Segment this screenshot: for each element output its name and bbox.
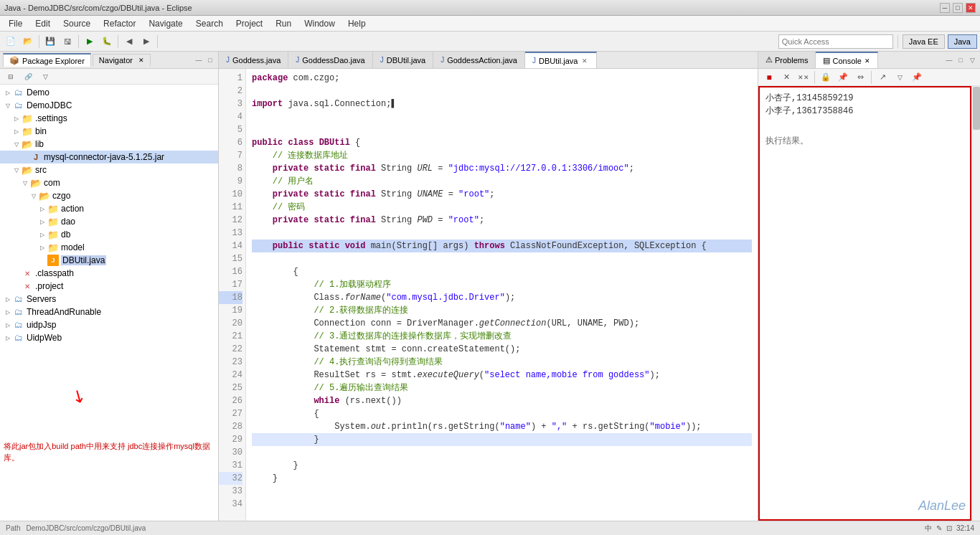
uidpjsp-icon: 🗂 bbox=[13, 319, 24, 331]
console-line-2: 小李子,13617358846 bbox=[765, 105, 964, 118]
menu-project[interactable]: Project bbox=[230, 17, 268, 30]
console-terminate-icon[interactable]: ■ bbox=[761, 70, 777, 85]
tab-dbutil-active[interactable]: J DBUtil.java ✕ bbox=[525, 52, 597, 68]
bin-folder-icon: 📁 bbox=[22, 126, 33, 137]
right-panel-maximize-icon[interactable]: □ bbox=[956, 55, 966, 65]
demojdbc-project-icon: 🗂 bbox=[13, 100, 24, 111]
tree-item-dao[interactable]: ▷ 📁 dao bbox=[0, 215, 218, 228]
dbutil1-file-icon: J bbox=[380, 56, 384, 64]
project-file-label: .project bbox=[35, 281, 63, 291]
perspective-java[interactable]: Java bbox=[948, 34, 977, 49]
console-scroll-lock-icon[interactable]: 🔒 bbox=[818, 70, 834, 85]
menu-refactor[interactable]: Refactor bbox=[98, 17, 141, 30]
tree-item-src[interactable]: ▽ 📂 src bbox=[0, 164, 218, 176]
tree-item-uidpjsp[interactable]: ▷ 🗂 uidpJsp bbox=[0, 318, 218, 331]
tree-item-classpath[interactable]: ✕ .classpath bbox=[0, 267, 218, 280]
close-button[interactable]: ✕ bbox=[966, 3, 976, 13]
tab-problems[interactable]: ⚠ Problems bbox=[758, 52, 816, 68]
code-content[interactable]: package com.czgo; import java.sql.Connec… bbox=[246, 69, 758, 521]
tab-goddessaction[interactable]: J GoddessAction.java bbox=[433, 52, 525, 68]
toolbar-prev[interactable]: ◀ bbox=[121, 34, 137, 49]
tree-item-servers[interactable]: ▷ 🗂 Servers bbox=[0, 293, 218, 306]
tree-item-project-file[interactable]: ✕ .project bbox=[0, 280, 218, 293]
console-pin-icon[interactable]: 📌 bbox=[835, 70, 851, 85]
console-close[interactable]: ✕ bbox=[864, 57, 870, 65]
thread-icon: 🗂 bbox=[13, 306, 24, 318]
tab-navigator[interactable]: Navigator ✕ bbox=[93, 54, 151, 66]
console-open-icon[interactable]: ↗ bbox=[875, 70, 890, 85]
tree-item-lib[interactable]: ▽ 📂 lib bbox=[0, 138, 218, 151]
jar-icon: J bbox=[30, 151, 42, 163]
tree-item-demo[interactable]: ▷ 🗂 Demo bbox=[0, 86, 218, 99]
tree-item-demojdbc[interactable]: ▽ 🗂 DemoJDBC bbox=[0, 99, 218, 112]
status-bar: Path DemoJDBC/src/com/czgo/DBUtil.java 中… bbox=[0, 521, 980, 535]
maximize-panel-icon[interactable]: □ bbox=[205, 55, 215, 65]
tree-item-com[interactable]: ▽ 📂 com bbox=[0, 176, 218, 189]
toolbar-open[interactable]: 📂 bbox=[20, 34, 36, 49]
tree-item-uidpweb[interactable]: ▷ 🗂 UidpWeb bbox=[0, 331, 218, 344]
navigator-close[interactable]: ✕ bbox=[138, 57, 144, 64]
console-remove-icon[interactable]: ✕ bbox=[778, 70, 794, 85]
quick-access-input[interactable] bbox=[778, 34, 893, 49]
console-toolbar-sep1 bbox=[814, 71, 815, 84]
view-menu-icon[interactable]: ▽ bbox=[37, 69, 53, 85]
uidpjsp-label: uidpJsp bbox=[27, 320, 56, 330]
toolbar-new[interactable]: 📄 bbox=[3, 34, 19, 49]
toolbar: 📄 📂 💾 🖫 ▶ 🐛 ◀ ▶ Java EE Java bbox=[0, 32, 980, 52]
right-panel-view-menu-icon[interactable]: ▽ bbox=[967, 55, 977, 65]
minimize-panel-icon[interactable]: — bbox=[194, 55, 204, 65]
toolbar-save[interactable]: 💾 bbox=[42, 34, 58, 49]
toolbar-next[interactable]: ▶ bbox=[138, 34, 154, 49]
collapse-all-icon[interactable]: ⊟ bbox=[3, 69, 19, 85]
menu-help[interactable]: Help bbox=[342, 17, 372, 30]
maximize-button[interactable]: □ bbox=[953, 3, 963, 13]
dbutil-active-close[interactable]: ✕ bbox=[580, 57, 589, 65]
demo-project-icon: 🗂 bbox=[13, 87, 24, 98]
right-panel-scroll: 小杏子,13145859219 小李子,13617358846 执行结果。 bbox=[758, 86, 980, 521]
console-remove-all-icon[interactable]: ✕✕ bbox=[796, 70, 811, 85]
tree-item-mysql-jar[interactable]: J mysql-connector-java-5.1.25.jar bbox=[0, 151, 218, 164]
tree-item-action[interactable]: ▷ 📁 action bbox=[0, 202, 218, 215]
tree-item-bin[interactable]: ▷ 📁 bin bbox=[0, 125, 218, 138]
tree-item-db[interactable]: ▷ 📁 db bbox=[0, 228, 218, 241]
console-line-1: 小杏子,13145859219 bbox=[765, 92, 964, 105]
uidpweb-arrow: ▷ bbox=[6, 335, 13, 341]
tab-dbutil1[interactable]: J DBUtil.java bbox=[373, 52, 433, 68]
menu-source[interactable]: Source bbox=[57, 17, 96, 30]
toolbar-save-all[interactable]: 🖫 bbox=[60, 34, 75, 49]
toolbar-debug[interactable]: 🐛 bbox=[99, 34, 115, 49]
right-scrollbar[interactable] bbox=[971, 86, 980, 521]
explorer-tabs: 📦 Package Explorer Navigator ✕ — □ bbox=[0, 52, 218, 69]
tab-goddess[interactable]: J Goddess.java bbox=[219, 52, 288, 68]
tab-console[interactable]: ▤ Console ✕ bbox=[816, 52, 877, 68]
perspective-javaee[interactable]: Java EE bbox=[903, 34, 945, 49]
menu-window[interactable]: Window bbox=[298, 17, 341, 30]
bin-arrow: ▷ bbox=[14, 128, 22, 135]
navigator-label: Navigator bbox=[99, 56, 133, 65]
right-scroll-thumb[interactable] bbox=[973, 87, 980, 130]
tree-item-dbutil[interactable]: J DBUtil.java bbox=[0, 254, 218, 267]
console-view-menu-icon[interactable]: ▽ bbox=[892, 70, 908, 85]
menu-edit[interactable]: Edit bbox=[29, 17, 56, 30]
menu-run[interactable]: Run bbox=[270, 17, 297, 30]
explorer-tab-controls: — □ bbox=[194, 55, 215, 65]
right-panel-minimize-icon[interactable]: — bbox=[944, 55, 954, 65]
minimize-button[interactable]: ─ bbox=[940, 3, 950, 13]
dbutil1-tab-label: DBUtil.java bbox=[387, 56, 425, 65]
package-explorer-label: Package Explorer bbox=[22, 57, 85, 65]
tab-goddessdao[interactable]: J GoddessDao.java bbox=[288, 52, 372, 68]
tab-package-explorer[interactable]: 📦 Package Explorer bbox=[3, 53, 91, 67]
menu-navigate[interactable]: Navigate bbox=[143, 17, 188, 30]
tree-item-settings[interactable]: ▷ 📁 .settings bbox=[0, 112, 218, 125]
console-word-wrap-icon[interactable]: ⇔ bbox=[852, 70, 868, 85]
menu-search[interactable]: Search bbox=[190, 17, 229, 30]
tree-item-threadandrunable[interactable]: ▷ 🗂 ThreadAndRunable bbox=[0, 306, 218, 318]
console-pin2-icon[interactable]: 📌 bbox=[909, 70, 925, 85]
tree-item-model[interactable]: ▷ 📁 model bbox=[0, 241, 218, 254]
status-encoding: 中 bbox=[925, 524, 932, 534]
menu-file[interactable]: File bbox=[3, 17, 28, 30]
tree-item-czgo[interactable]: ▽ 📂 czgo bbox=[0, 189, 218, 202]
goddessdao-tab-label: GoddessDao.java bbox=[302, 56, 364, 65]
link-editor-icon[interactable]: 🔗 bbox=[20, 69, 36, 85]
toolbar-run[interactable]: ▶ bbox=[82, 34, 98, 49]
